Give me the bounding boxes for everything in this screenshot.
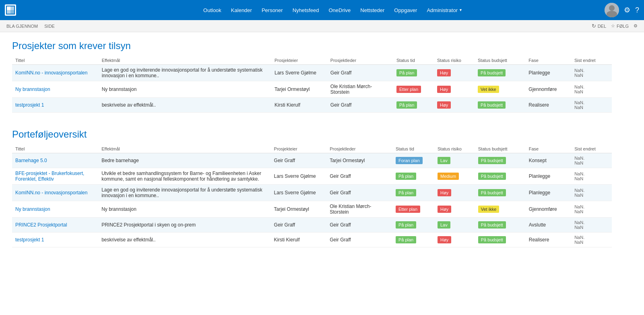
cell-status-budsjett: På budsjett (475, 153, 526, 168)
status-risiko-badge: Høy (438, 189, 451, 196)
nav-administrator[interactable]: Administrator ▼ (427, 7, 462, 13)
cell-effektmal: beskrivelse av effektmål.. (98, 233, 270, 247)
nav-oppgaver[interactable]: Oppgaver (394, 7, 417, 13)
folg-label: FØLG (617, 24, 629, 29)
svg-rect-1 (7, 6, 10, 10)
cell-status-budsjett: På budsjett (475, 168, 526, 185)
tittel-link[interactable]: Barnehage 5.0 (15, 158, 47, 163)
status-risiko-badge: Høy (437, 86, 451, 93)
table-row: BFE-prosjektet - Brukerfokusert, Forenkl… (12, 168, 612, 185)
cell-effektmal: beskrivelse av effektmål.. (99, 98, 271, 113)
nav-personer[interactable]: Personer (262, 7, 283, 13)
breadcrumb-bla-gjennom[interactable]: BLA GJENNOM (6, 24, 38, 29)
cell-prosjekteier: Kirsti Kierulf (271, 98, 327, 113)
nav-kalender[interactable]: Kalender (231, 7, 252, 13)
status-tid-badge: Foran plan (396, 157, 423, 164)
col-header-status-risiko: Status risiko (434, 56, 475, 65)
table-row: Ny brannstasjon Ny brannstasjon Tarjei O… (12, 201, 612, 218)
cell-status-risiko: Lav (434, 153, 475, 168)
tittel-link[interactable]: PRINCE2 Prosjektportal (15, 222, 67, 228)
col-header-prosjekteier: Prosjekteier (271, 56, 327, 65)
settings-icon: ⚙ (634, 23, 638, 29)
office-logo-icon (5, 4, 16, 16)
col-header-status-tid: Status tid (393, 56, 434, 65)
nav-nyhetsfeed[interactable]: Nyhetsfeed (293, 7, 319, 13)
cell-tittel: testprosjekt 1 (12, 233, 98, 247)
cell-status-budsjett: På budsjett (475, 185, 526, 201)
cell-prosjekteier: Lars Sverre Gjølme (271, 65, 327, 81)
status-budsjett-badge: På budsjett (478, 236, 506, 243)
section-tilsyn-title: Prosjekter som krever tilsyn (12, 40, 612, 51)
cell-fase: Realisere (526, 233, 571, 247)
tittel-link[interactable]: KomINN.no - innovasjonsportalen (15, 190, 87, 196)
status-tid-badge: Etter plan (396, 86, 421, 93)
settings-action[interactable]: ⚙ (634, 23, 638, 29)
cell-fase: Avslutte (526, 218, 571, 233)
app-logo[interactable] (5, 4, 61, 16)
cell-status-tid: På plan (393, 65, 434, 81)
breadcrumb-left: BLA GJENNOM SIDE (6, 24, 55, 29)
top-nav: Outlook Kalender Personer Nyhetsfeed One… (0, 0, 644, 20)
cell-prosjektleder: Geir Graff (326, 168, 392, 185)
table-row: testprosjekt 1 beskrivelse av effektmål.… (12, 98, 612, 113)
section-tilsyn: Prosjekter som krever tilsyn Tittel Effe… (12, 40, 612, 113)
tittel-link[interactable]: testprosjekt 1 (15, 102, 44, 108)
col-header-status-budsjett2: Status budsjett (475, 145, 526, 153)
tittel-link[interactable]: Ny brannstasjon (15, 86, 50, 92)
svg-rect-4 (10, 10, 14, 14)
tittel-link[interactable]: Ny brannstasjon (15, 206, 50, 212)
cell-fase: Planlegge (525, 65, 571, 81)
breadcrumb-bar: BLA GJENNOM SIDE ↻ DEL ☆ FØLG ⚙ (0, 20, 644, 32)
nav-nettsteder[interactable]: Nettsteder (360, 7, 384, 13)
col-header-sist-endret2: Sist endret (571, 145, 612, 153)
cell-prosjekteier: Lars Sverre Gjølme (271, 185, 327, 201)
cell-effektmal: Lage en god og inviterende innovasjonspo… (99, 65, 271, 81)
cell-status-budsjett: På budsjett (475, 218, 526, 233)
avatar[interactable] (605, 3, 619, 17)
cell-tittel: testprosjekt 1 (12, 98, 99, 113)
cell-sist-endret: NaN. NaN (571, 168, 612, 185)
tilsyn-table-body: KomINN.no - innovasjonsportalen Lage en … (12, 65, 612, 113)
help-icon[interactable]: ? (635, 6, 639, 14)
main-content: Prosjekter som krever tilsyn Tittel Effe… (0, 32, 624, 272)
cell-prosjekteier: Tarjei Ormestøyl (271, 81, 327, 98)
portefolje-table: Tittel Effektmål Prosjekteier Prosjektle… (12, 145, 612, 247)
col-header-status-risiko2: Status risiko (434, 145, 475, 153)
breadcrumb-side[interactable]: SIDE (44, 24, 55, 29)
table-row: Ny brannstasjon Ny brannstasjon Tarjei O… (12, 81, 612, 98)
tittel-link[interactable]: BFE-prosjektet - Brukerfokusert, Forenkl… (15, 171, 84, 182)
chevron-down-icon: ▼ (459, 8, 462, 12)
status-budsjett-badge: På budsjett (478, 157, 506, 164)
col-header-prosjektleder: Prosjektleder (327, 56, 393, 65)
tittel-link[interactable]: testprosjekt 1 (15, 237, 44, 243)
cell-status-risiko: Høy (434, 98, 475, 113)
cell-status-risiko: Høy (434, 201, 475, 218)
nav-onedrive[interactable]: OneDrive (328, 7, 351, 13)
col-header-status-tid2: Status tid (392, 145, 434, 153)
cell-effektmal: Ny brannstasjon (98, 201, 270, 218)
cell-fase: Konsept (526, 153, 571, 168)
tittel-link[interactable]: KomINN.no - innovasjonsportalen (15, 70, 87, 76)
folg-action[interactable]: ☆ FØLG (611, 23, 629, 29)
del-action[interactable]: ↻ DEL (592, 23, 606, 29)
status-tid-badge: På plan (396, 101, 417, 109)
cell-prosjekteier: Geir Graff (271, 218, 327, 233)
cell-status-budsjett: Vet ikke (475, 81, 525, 98)
cell-prosjektleder: Geir Graff (326, 218, 392, 233)
cell-prosjekteier: Tarjei Ormestøyl (271, 201, 327, 218)
col-header-fase2: Fase (526, 145, 571, 153)
nav-outlook[interactable]: Outlook (203, 7, 221, 13)
cell-effektmal: Bedre barnehage (98, 153, 270, 168)
status-risiko-badge: Høy (437, 69, 451, 76)
cell-sist-endret: NaN. NaN (571, 233, 612, 247)
gear-icon[interactable]: ⚙ (624, 6, 630, 14)
cell-effektmal: Lage en god og inviterende innovasjonspo… (98, 185, 270, 201)
status-tid-badge: På plan (396, 236, 416, 243)
table-row: KomINN.no - innovasjonsportalen Lage en … (12, 65, 612, 81)
cell-tittel: KomINN.no - innovasjonsportalen (12, 185, 98, 201)
cell-status-tid: Etter plan (393, 81, 434, 98)
breadcrumb-right: ↻ DEL ☆ FØLG ⚙ (592, 23, 638, 29)
cell-prosjektleder: Tarjei Ormestøyl (326, 153, 392, 168)
col-header-effektmal: Effektmål (99, 56, 271, 65)
cell-status-budsjett: Vet ikke (475, 201, 526, 218)
